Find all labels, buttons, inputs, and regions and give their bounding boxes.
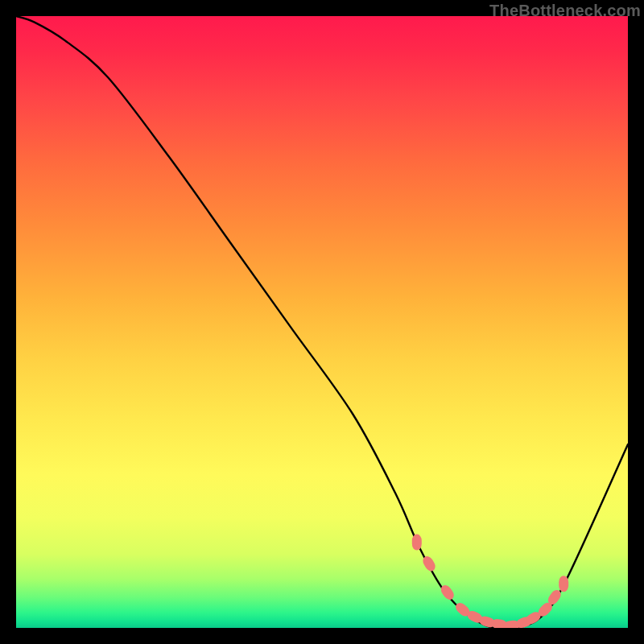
marker-dot — [559, 576, 568, 592]
chart-container: TheBottleneck.com — [0, 0, 644, 644]
sweet-spot-markers — [412, 535, 568, 628]
chart-svg — [16, 16, 628, 628]
bottleneck-curve — [16, 16, 628, 628]
plot-area — [16, 16, 628, 628]
marker-dot — [412, 535, 422, 551]
